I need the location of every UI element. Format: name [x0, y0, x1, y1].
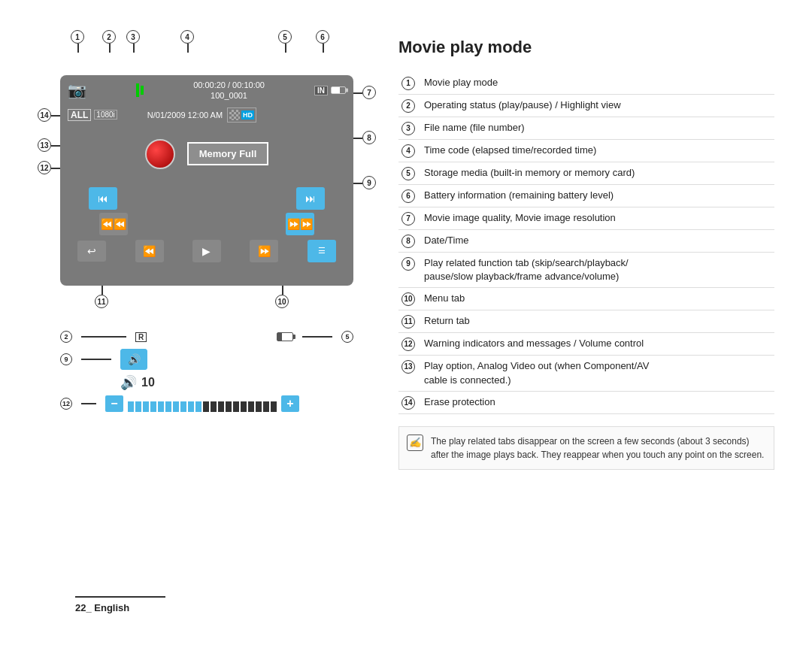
num-badge-2: 2 — [401, 99, 415, 113]
indicator-row-1: 2 R 5 — [60, 331, 368, 343]
line-11-up — [102, 286, 103, 295]
skip-back-btn[interactable]: ⏮ — [89, 187, 117, 210]
vol-bar-11 — [203, 401, 209, 412]
resolution-badge: 1080i — [94, 110, 117, 120]
image-quality-icon: HD — [227, 107, 256, 123]
battery-indicator: 5 — [277, 331, 353, 343]
table-row: 9 Play related function tab (skip/search… — [398, 253, 774, 288]
num-badge-7: 7 — [401, 212, 415, 226]
return-btn[interactable]: ↩ — [77, 241, 106, 262]
table-row: 12 Warning indicators and messages / Vol… — [398, 333, 774, 356]
left-panel: 1 2 3 4 5 6 7 8 9 — [38, 30, 368, 628]
callout-13: 13 — [38, 138, 51, 152]
num-badge-6: 6 — [401, 189, 415, 203]
line-10-up — [282, 286, 283, 295]
play-controls-row: ⏪⏪ ⏩⏩ — [60, 213, 353, 238]
line-7 — [353, 92, 362, 94]
slow-back-btn[interactable]: ⏪⏪ — [99, 213, 128, 235]
vol-bar-9 — [188, 401, 194, 412]
dash-2 — [81, 336, 126, 338]
item-10-text: Menu tab — [421, 288, 774, 310]
vol-bar-16 — [241, 401, 247, 412]
secondary-callout-5: 5 — [341, 331, 353, 343]
play-btn[interactable]: ▶ — [192, 240, 221, 262]
vol-bar-13 — [218, 401, 224, 412]
num-badge-5: 5 — [401, 167, 415, 180]
menu-btn[interactable]: ☰ — [308, 240, 336, 262]
frame-back-btn[interactable]: ⏪ — [135, 240, 164, 262]
hd-badge: HD — [241, 111, 254, 120]
r-indicator: 2 R — [60, 331, 147, 343]
line-2 — [109, 44, 111, 53]
line-4 — [187, 44, 189, 53]
callout-2: 2 — [102, 30, 116, 44]
item-3-text: File name (file number) — [421, 117, 774, 140]
table-row: 4 Time code (elapsed time/recorded time) — [398, 140, 774, 162]
table-row: 14 Erase protection — [398, 391, 774, 413]
table-row: 2 Operating status (play/pause) / Highli… — [398, 95, 774, 117]
page-title: Movie play mode — [398, 38, 774, 57]
table-row: 5 Storage media (built-in memory or memo… — [398, 162, 774, 185]
thumbnail — [145, 139, 175, 169]
battery-small-icon — [277, 332, 293, 341]
quality-badge: ALL — [68, 109, 91, 121]
num-badge-4: 4 — [401, 144, 415, 158]
vol-bar-18 — [256, 401, 262, 412]
frame-fwd-btn[interactable]: ⏩ — [250, 240, 278, 262]
right-panel: Movie play mode 1 Movie play mode 2 Oper… — [398, 30, 774, 628]
table-row: 7 Movie image quality, Movie image resol… — [398, 207, 774, 230]
secondary-area: 2 R 5 9 🔊 🔊 1 — [60, 331, 368, 412]
line-6 — [323, 44, 324, 53]
item-2-text: Operating status (play/pause) / Highligh… — [421, 95, 774, 117]
vol-bar-2 — [135, 401, 141, 412]
note-icon: ✍ — [407, 435, 423, 451]
r-badge: R — [135, 332, 147, 342]
volume-bar-row: 12 − — [60, 395, 368, 412]
table-row: 6 Battery information (remaining battery… — [398, 185, 774, 207]
screen-top-bar: 📷 00:00:20 / 00:10:00 100_0001 IN — [60, 75, 353, 106]
line-14 — [51, 115, 60, 117]
volume-speaker-large-icon: 🔊 — [120, 374, 137, 391]
item-12-text: Warning indicators and messages / Volume… — [421, 333, 774, 356]
num-badge-10: 10 — [401, 292, 415, 306]
num-badge-3: 3 — [401, 122, 415, 135]
vol-bar-4 — [150, 401, 156, 412]
vol-bar-1 — [128, 401, 134, 412]
skip-forward-btn[interactable]: ⏭ — [296, 187, 325, 210]
num-badge-9: 9 — [401, 257, 415, 271]
volume-minus-btn[interactable]: − — [105, 395, 123, 412]
volume-plus-btn[interactable]: + — [281, 395, 299, 412]
vol-bar-7 — [173, 401, 179, 412]
callout-3: 3 — [126, 30, 140, 44]
volume-speaker-icon: 🔊 — [128, 353, 141, 365]
vol-bar-3 — [143, 401, 149, 412]
vol-bar-5 — [158, 401, 164, 412]
page-number-english: 22_ English — [75, 602, 129, 613]
volume-bars — [128, 395, 277, 412]
checkerboard-icon — [229, 110, 240, 120]
screen-center: Memory Full — [60, 124, 353, 184]
note-text: The play related tabs disappear on the s… — [431, 435, 766, 462]
item-6-text: Battery information (remaining battery l… — [421, 185, 774, 207]
item-1-text: Movie play mode — [421, 72, 774, 95]
line-13 — [51, 145, 60, 147]
vol-bar-6 — [165, 401, 171, 412]
footer: 22_ English — [75, 596, 165, 613]
volume-icon-box: 🔊 — [120, 349, 147, 370]
slow-fwd-btn[interactable]: ⏩⏩ — [286, 213, 314, 235]
table-row: 3 File name (file number) — [398, 117, 774, 140]
callout-7: 7 — [362, 86, 376, 99]
line-8 — [353, 138, 362, 139]
camera-icon-area: 📷 — [68, 81, 86, 99]
vol-bar-14 — [226, 401, 232, 412]
callout-4: 4 — [180, 30, 194, 44]
callout-6: 6 — [316, 30, 329, 44]
num-badge-14: 14 — [401, 396, 415, 410]
note-box: ✍ The play related tabs disappear on the… — [398, 426, 774, 470]
vol-bar-20 — [271, 401, 277, 412]
timecode: 00:00:20 / 00:10:00 100_0001 — [193, 80, 265, 101]
camera-icon: 📷 — [68, 81, 86, 99]
callout-14: 14 — [38, 108, 51, 122]
rec-bars — [136, 83, 144, 97]
line-12 — [51, 168, 60, 169]
